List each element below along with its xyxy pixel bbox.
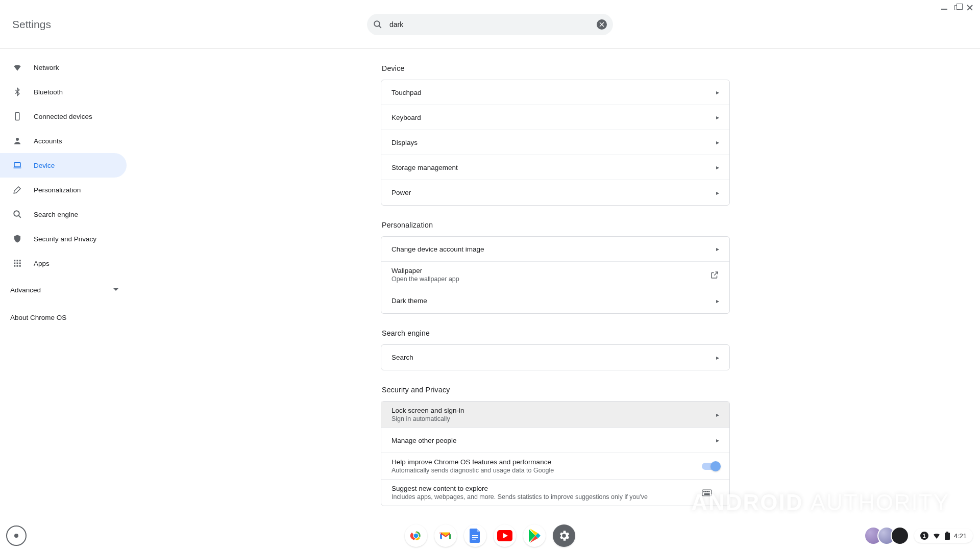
window-maximize-button[interactable] [954, 5, 960, 10]
docs-app-icon[interactable] [464, 524, 486, 547]
svg-rect-24 [704, 493, 709, 494]
row-power[interactable]: Power▸ [381, 180, 729, 205]
chevron-right-icon: ▸ [716, 437, 719, 444]
wifi-status-icon [933, 532, 941, 540]
chevron-right-icon: ▸ [716, 297, 719, 305]
sidebar-item-connected-devices[interactable]: Connected devices [0, 104, 127, 129]
brush-icon [12, 185, 22, 194]
status-tray[interactable]: 1 4:21 [914, 529, 973, 543]
app-title: Settings [12, 18, 51, 31]
launcher-button[interactable] [6, 525, 27, 546]
device-card: Touchpad▸ Keyboard▸ Displays▸ Storage ma… [381, 80, 730, 206]
window-close-button[interactable] [967, 5, 973, 11]
svg-rect-21 [705, 491, 706, 492]
sidebar-advanced-toggle[interactable]: Advanced [0, 278, 131, 302]
personalization-card: Change device account image▸ WallpaperOp… [381, 236, 730, 314]
phone-icon [12, 112, 22, 121]
external-link-icon [710, 270, 719, 280]
svg-rect-11 [17, 260, 18, 261]
row-account-image[interactable]: Change device account image▸ [381, 237, 729, 262]
svg-line-1 [379, 26, 381, 28]
sidebar-item-label: Search engine [34, 211, 78, 218]
svg-rect-15 [19, 263, 21, 264]
svg-point-5 [16, 138, 19, 141]
row-dark-theme[interactable]: Dark theme▸ [381, 288, 729, 313]
shelf: 1 4:21 [0, 520, 980, 551]
sidebar-item-security[interactable]: Security and Privacy [0, 227, 127, 251]
sidebar: Network Bluetooth Connected devices Acco… [0, 49, 131, 520]
svg-point-27 [414, 534, 419, 538]
apps-grid-icon [12, 259, 22, 268]
chevron-down-icon [113, 287, 118, 292]
section-title-security: Security and Privacy [381, 386, 730, 394]
notification-badge: 1 [920, 532, 928, 540]
sidebar-item-label: Accounts [34, 137, 62, 145]
clear-search-button[interactable] [597, 19, 607, 30]
sidebar-advanced-label: Advanced [10, 286, 41, 294]
search-box[interactable] [367, 14, 613, 35]
avatar [891, 527, 909, 545]
sidebar-item-personalization[interactable]: Personalization [0, 178, 127, 202]
svg-rect-22 [707, 491, 708, 492]
chevron-right-icon: ▸ [716, 245, 719, 253]
svg-rect-28 [472, 535, 478, 536]
settings-app-icon[interactable] [553, 524, 575, 547]
sidebar-about[interactable]: About Chrome OS [0, 305, 131, 330]
search-input[interactable] [389, 20, 597, 29]
sidebar-item-apps[interactable]: Apps [0, 251, 127, 276]
bluetooth-icon [12, 87, 22, 96]
row-displays[interactable]: Displays▸ [381, 130, 729, 155]
section-title-search-engine: Search engine [381, 329, 730, 337]
avatar-stack[interactable] [864, 527, 909, 545]
sidebar-item-accounts[interactable]: Accounts [0, 129, 127, 153]
svg-rect-4 [15, 113, 19, 120]
main-content: Device Touchpad▸ Keyboard▸ Displays▸ Sto… [131, 49, 980, 520]
play-store-app-icon[interactable] [523, 524, 546, 547]
gmail-app-icon[interactable] [434, 524, 457, 547]
chevron-right-icon: ▸ [716, 139, 719, 146]
section-title-personalization: Personalization [381, 221, 730, 229]
window-minimize-button[interactable] [941, 9, 947, 10]
svg-rect-16 [14, 265, 15, 267]
svg-line-9 [18, 215, 21, 218]
sidebar-item-label: Connected devices [34, 113, 92, 120]
svg-rect-14 [17, 263, 18, 264]
sidebar-item-search-engine[interactable]: Search engine [0, 202, 127, 227]
svg-point-0 [374, 21, 380, 27]
chevron-right-icon: ▸ [716, 411, 719, 418]
chevron-right-icon: ▸ [716, 189, 719, 196]
svg-rect-33 [946, 532, 948, 533]
sidebar-about-label: About Chrome OS [10, 314, 66, 321]
security-card: Lock screen and sign-inSign in automatic… [381, 401, 730, 506]
row-help-improve[interactable]: Help improve Chrome OS features and perf… [381, 453, 729, 480]
help-improve-toggle[interactable] [702, 463, 719, 470]
sidebar-item-label: Network [34, 64, 59, 71]
search-icon [373, 20, 382, 29]
svg-rect-20 [703, 491, 704, 492]
sidebar-item-device[interactable]: Device [0, 153, 127, 178]
chrome-app-icon[interactable] [405, 524, 427, 547]
battery-status-icon [945, 532, 950, 540]
app-header: Settings [0, 0, 980, 49]
youtube-app-icon[interactable] [494, 524, 516, 547]
row-search[interactable]: Search▸ [381, 345, 729, 370]
row-storage[interactable]: Storage management▸ [381, 155, 729, 180]
row-suggest-content[interactable]: Suggest new content to exploreIncludes a… [381, 480, 729, 506]
chevron-right-icon: ▸ [716, 89, 719, 96]
svg-rect-29 [472, 537, 478, 538]
sidebar-item-network[interactable]: Network [0, 55, 127, 80]
row-wallpaper[interactable]: WallpaperOpen the wallpaper app [381, 262, 729, 288]
row-lock-screen[interactable]: Lock screen and sign-inSign in automatic… [381, 402, 729, 428]
sidebar-item-label: Personalization [34, 186, 81, 194]
row-touchpad[interactable]: Touchpad▸ [381, 80, 729, 105]
row-keyboard[interactable]: Keyboard▸ [381, 105, 729, 130]
keyboard-icon [702, 489, 712, 496]
sidebar-item-bluetooth[interactable]: Bluetooth [0, 80, 127, 104]
row-manage-people[interactable]: Manage other people▸ [381, 428, 729, 453]
svg-point-8 [14, 211, 19, 216]
svg-rect-10 [14, 260, 15, 261]
svg-rect-23 [708, 491, 709, 492]
search-engine-card: Search▸ [381, 344, 730, 370]
sidebar-item-label: Apps [34, 260, 50, 267]
section-title-device: Device [381, 64, 730, 72]
